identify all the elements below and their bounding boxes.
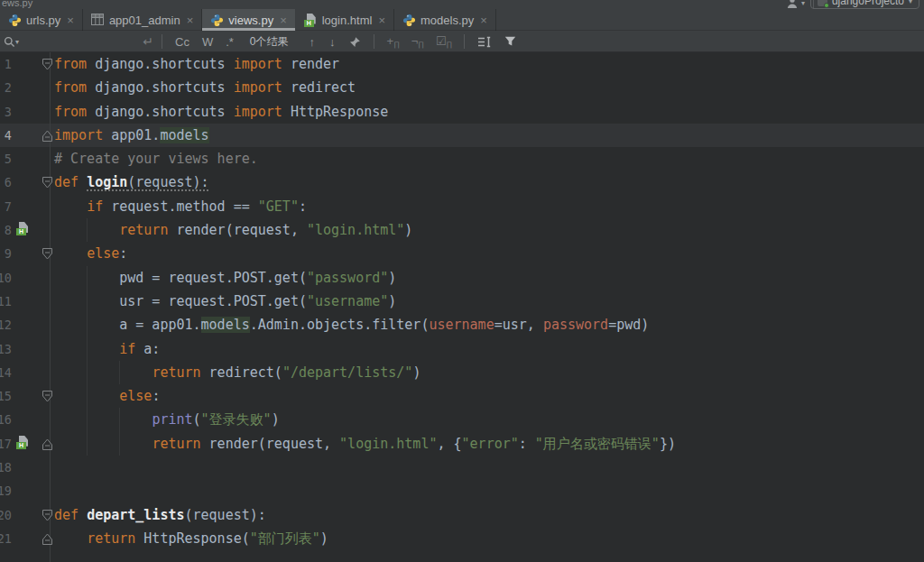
exclude-filter-button[interactable]: ¬∏ bbox=[411, 34, 423, 49]
code-line-1[interactable]: 1from django.shortcuts import render bbox=[0, 52, 924, 76]
close-tab-icon[interactable]: × bbox=[280, 14, 287, 27]
code-text: usr = request.POST.get("username") bbox=[0, 290, 924, 313]
pin-icon[interactable] bbox=[349, 36, 361, 48]
html-file-icon: H bbox=[304, 14, 318, 27]
fold-marker-up[interactable] bbox=[42, 438, 52, 449]
fold-marker-up[interactable] bbox=[42, 532, 52, 544]
code-text: else: bbox=[0, 384, 924, 408]
status-dot bbox=[824, 3, 829, 8]
multiline-search-icon[interactable] bbox=[477, 36, 492, 48]
filter-icon[interactable] bbox=[504, 36, 516, 47]
code-text: else: bbox=[0, 242, 924, 265]
main-toolbar: ews.py ▾ djangoProjecto ▾ bbox=[0, 0, 924, 9]
run-configuration-selector[interactable]: djangoProjecto ▾ bbox=[810, 0, 919, 9]
code-text: # Create your views here. bbox=[0, 147, 924, 170]
close-tab-icon[interactable]: × bbox=[378, 14, 385, 27]
tab-app01_admin[interactable]: app01_admin× bbox=[83, 9, 202, 31]
fold-marker-up[interactable] bbox=[42, 129, 52, 141]
tab-label: urls.py bbox=[26, 14, 60, 27]
code-text: from django.shortcuts import render bbox=[0, 52, 924, 76]
fold-marker-down[interactable] bbox=[42, 509, 52, 521]
code-line-21[interactable]: 21 return HttpResponse("部门列表") bbox=[0, 527, 924, 550]
code-line-17[interactable]: 17H return render(request, "login.html",… bbox=[0, 432, 924, 456]
add-filter-button[interactable]: +∏ bbox=[387, 34, 399, 49]
code-line-5[interactable]: 5# Create your views here. bbox=[0, 147, 924, 170]
tab-views-py[interactable]: views.py× bbox=[202, 9, 295, 31]
code-line-18[interactable]: 18 bbox=[0, 456, 924, 479]
fold-marker-down[interactable] bbox=[42, 176, 52, 188]
tab-label: views.py bbox=[228, 14, 273, 27]
code-text: return redirect("/depart/lists/") bbox=[0, 361, 924, 384]
search-results-count: 0个结果 bbox=[250, 34, 289, 50]
code-text: if request.method == "GET": bbox=[0, 195, 924, 218]
close-tab-icon[interactable]: × bbox=[67, 14, 74, 27]
code-line-4[interactable]: 4import app01.models bbox=[0, 124, 924, 147]
code-line-16[interactable]: 16 print("登录失败") bbox=[0, 408, 924, 431]
code-line-2[interactable]: 2from django.shortcuts import redirect bbox=[0, 76, 924, 99]
code-line-3[interactable]: 3from django.shortcuts import HttpRespon… bbox=[0, 100, 924, 124]
divider bbox=[374, 34, 374, 49]
code-text: import app01.models bbox=[0, 124, 924, 147]
code-line-6[interactable]: 6def login(request): bbox=[0, 170, 924, 194]
line-number: 18 bbox=[0, 456, 12, 479]
chevron-down-icon: ▾ bbox=[801, 0, 805, 7]
code-line-13[interactable]: 13 if a: bbox=[0, 337, 924, 361]
tab-urls-py[interactable]: urls.py× bbox=[0, 9, 83, 31]
code-line-14[interactable]: 14 return redirect("/depart/lists/") bbox=[0, 361, 924, 384]
close-tab-icon[interactable]: × bbox=[187, 14, 194, 27]
code-editor[interactable]: 1from django.shortcuts import render2fro… bbox=[0, 52, 924, 562]
regex-button[interactable]: .* bbox=[226, 35, 234, 49]
code-line-11[interactable]: 11 usr = request.POST.get("username") bbox=[0, 290, 924, 313]
tab-login-html[interactable]: Hlogin.html× bbox=[296, 9, 394, 31]
search-icon bbox=[4, 36, 15, 48]
fold-marker-down[interactable] bbox=[42, 390, 52, 401]
table-file-icon bbox=[91, 14, 105, 27]
code-line-12[interactable]: 12 a = app01.models.Admin.objects.filter… bbox=[0, 313, 924, 336]
next-occurrence-button[interactable]: ↓ bbox=[329, 35, 336, 49]
run-config-icon bbox=[818, 0, 827, 6]
user-avatar-icon bbox=[786, 0, 799, 9]
breadcrumb-partial: ews.py bbox=[2, 0, 32, 8]
code-line-15[interactable]: 15 else: bbox=[0, 384, 924, 408]
user-avatar[interactable]: ▾ bbox=[786, 0, 805, 9]
python-file-icon bbox=[210, 14, 224, 27]
code-line-10[interactable]: 10 pwd = request.POST.get("password") bbox=[0, 266, 924, 290]
python-file-icon bbox=[8, 14, 22, 27]
python-file-icon bbox=[402, 14, 416, 27]
code-line-9[interactable]: 9 else: bbox=[0, 242, 924, 265]
code-text: print("登录失败") bbox=[0, 408, 924, 431]
find-bar: ▾ ↵ Cc W .* 0个结果 ↑ ↓ +∏ ¬∏ ☑∏ bbox=[0, 31, 924, 52]
search-box[interactable]: ▾ ↵ bbox=[0, 31, 155, 52]
code-text: if a: bbox=[0, 337, 924, 361]
code-line-20[interactable]: 20def depart_lists(request): bbox=[0, 503, 924, 527]
previous-occurrence-button[interactable]: ↑ bbox=[310, 35, 316, 49]
code-line-8[interactable]: 8H return render(request, "login.html") bbox=[0, 218, 924, 242]
code-text: from django.shortcuts import HttpRespons… bbox=[0, 100, 924, 124]
code-text: return render(request, "login.html", {"e… bbox=[0, 432, 924, 456]
match-case-button[interactable]: Cc bbox=[175, 35, 189, 49]
html-tag-label: H bbox=[304, 20, 314, 27]
chevron-down-icon: ▾ bbox=[909, 0, 912, 5]
divider bbox=[162, 34, 162, 49]
fold-marker-down[interactable] bbox=[42, 247, 52, 259]
divider bbox=[464, 34, 465, 49]
code-text: from django.shortcuts import redirect bbox=[0, 76, 924, 99]
code-text: def login(request): bbox=[0, 170, 924, 194]
code-line-7[interactable]: 7 if request.method == "GET": bbox=[0, 195, 924, 218]
run-config-label: djangoProjecto bbox=[832, 0, 904, 7]
newline-icon[interactable]: ↵ bbox=[143, 34, 155, 49]
fold-marker-down[interactable] bbox=[42, 58, 52, 69]
code-line-19[interactable]: 19 bbox=[0, 479, 924, 502]
code-text: a = app01.models.Admin.objects.filter(us… bbox=[0, 313, 924, 336]
tab-label: app01_admin bbox=[109, 14, 180, 27]
code-text: return HttpResponse("部门列表") bbox=[0, 527, 924, 550]
check-filter-button[interactable]: ☑∏ bbox=[436, 34, 451, 49]
code-text: def depart_lists(request): bbox=[0, 503, 924, 527]
code-text: pwd = request.POST.get("password") bbox=[0, 266, 924, 290]
code-text: return render(request, "login.html") bbox=[0, 218, 924, 242]
whole-words-button[interactable]: W bbox=[202, 35, 213, 49]
close-tab-icon[interactable]: × bbox=[480, 14, 487, 27]
tab-models-py[interactable]: models.py× bbox=[394, 9, 496, 31]
search-input[interactable] bbox=[19, 35, 143, 49]
tab-label: models.py bbox=[420, 14, 474, 27]
